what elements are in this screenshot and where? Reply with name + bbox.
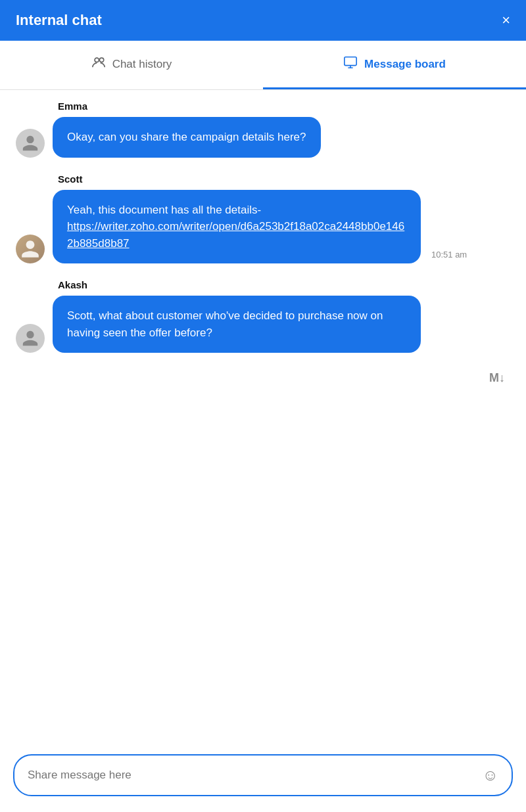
- svg-rect-2: [345, 57, 356, 66]
- sender-akash: Akash: [58, 279, 510, 290]
- input-area: ☺: [0, 744, 526, 812]
- header-title: Internal chat: [16, 12, 102, 29]
- tabs-container: Chat history Message board: [0, 41, 526, 90]
- avatar-akash: [16, 324, 45, 353]
- message-row-scott: Yeah, this document has all the details-…: [16, 190, 510, 264]
- tab-message-board[interactable]: Message board: [263, 41, 526, 89]
- sender-scott: Scott: [58, 173, 510, 185]
- message-timestamp-scott: 10:51 am: [431, 250, 467, 263]
- message-bubble-emma: Okay, can you share the campaign details…: [53, 117, 321, 158]
- tab-chat-history-label: Chat history: [112, 58, 172, 71]
- sender-emma: Emma: [58, 101, 510, 112]
- message-bubble-scott: Yeah, this document has all the details-…: [53, 190, 421, 264]
- message-bubble-akash: Scott, what about customer who've decide…: [53, 296, 421, 353]
- message-link-scott[interactable]: https://writer.zoho.com/writer/open/d6a2…: [67, 220, 404, 250]
- close-button[interactable]: ×: [502, 13, 510, 28]
- header: Internal chat ×: [0, 0, 526, 41]
- message-group-scott: Scott Yeah, this document has all the de…: [16, 173, 510, 264]
- message-row-akash: Scott, what about customer who've decide…: [16, 296, 510, 353]
- message-input[interactable]: [28, 769, 482, 782]
- message-board-icon: [343, 55, 358, 73]
- app-container: Internal chat × Chat history: [0, 0, 526, 812]
- markdown-icon: M↓: [489, 371, 505, 385]
- messages-area: Emma Okay, can you share the campaign de…: [0, 90, 526, 744]
- message-text-akash: Scott, what about customer who've decide…: [67, 309, 383, 339]
- tab-chat-history[interactable]: Chat history: [0, 41, 263, 89]
- emoji-button[interactable]: ☺: [482, 766, 498, 784]
- message-text-emma: Okay, can you share the campaign details…: [67, 131, 306, 143]
- avatar-emma: [16, 129, 45, 158]
- tab-message-board-label: Message board: [364, 58, 446, 71]
- message-text-scott-before: Yeah, this document has all the details-: [67, 204, 261, 216]
- message-group-akash: Akash Scott, what about customer who've …: [16, 279, 510, 353]
- message-group-emma: Emma Okay, can you share the campaign de…: [16, 101, 510, 158]
- chat-history-icon: [91, 55, 106, 73]
- message-input-container: ☺: [13, 754, 513, 796]
- svg-point-0: [95, 58, 99, 62]
- avatar-scott: [16, 235, 45, 263]
- message-row-emma: Okay, can you share the campaign details…: [16, 117, 510, 158]
- markdown-indicator: M↓: [16, 369, 510, 388]
- svg-point-1: [99, 58, 103, 62]
